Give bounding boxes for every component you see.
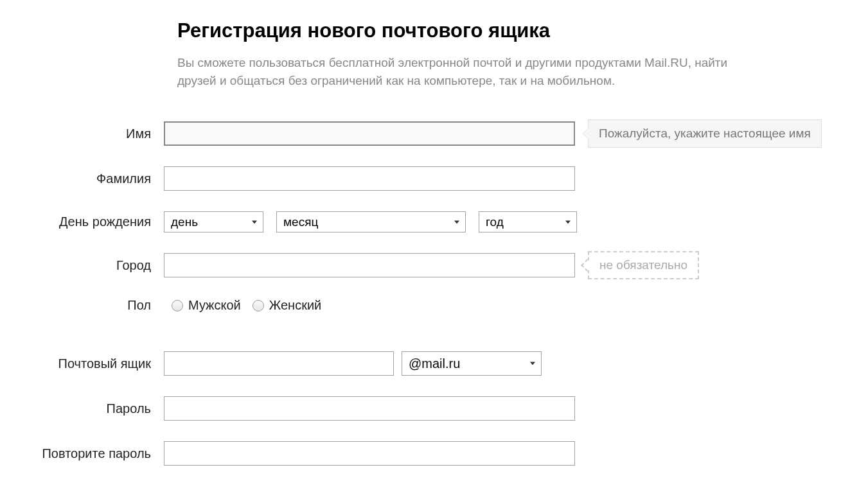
- label-mailbox: Почтовый ящик: [19, 356, 164, 371]
- first-name-input[interactable]: [164, 121, 575, 146]
- gender-female-label: Женский: [269, 298, 321, 313]
- radio-icon: [252, 300, 264, 311]
- last-name-input[interactable]: [164, 166, 575, 191]
- birthday-year-select[interactable]: год: [479, 211, 577, 232]
- label-city: Город: [19, 258, 164, 273]
- row-password-repeat: Повторите пароль: [19, 441, 868, 466]
- row-mailbox: Почтовый ящик @mail.ru: [19, 351, 868, 376]
- mailbox-domain-select[interactable]: @mail.ru: [402, 351, 542, 376]
- row-last-name: Фамилия: [19, 166, 868, 191]
- page-subtitle: Вы сможете пользоваться бесплатной элект…: [177, 54, 768, 89]
- label-password: Пароль: [19, 401, 164, 416]
- label-last-name: Фамилия: [19, 171, 164, 186]
- city-input[interactable]: [164, 253, 575, 277]
- gender-male-label: Мужской: [188, 298, 241, 313]
- label-first-name: Имя: [19, 127, 164, 141]
- city-hint: не обязательно: [588, 251, 699, 279]
- password-input[interactable]: [164, 396, 575, 421]
- gender-female-radio[interactable]: Женский: [252, 298, 321, 313]
- registration-form: Регистрация нового почтового ящика Вы см…: [19, 19, 868, 466]
- row-password: Пароль: [19, 396, 868, 421]
- row-birthday: День рождения день месяц год: [19, 211, 868, 232]
- label-gender: Пол: [19, 298, 164, 313]
- label-password-repeat: Повторите пароль: [19, 446, 164, 461]
- row-gender: Пол Мужской Женский: [19, 298, 868, 313]
- page-title: Регистрация нового почтового ящика: [177, 19, 868, 42]
- first-name-tooltip: Пожалуйста, укажите настоящее имя: [588, 119, 822, 148]
- birthday-day-select[interactable]: день: [164, 211, 263, 232]
- row-city: Город не обязательно: [19, 253, 868, 277]
- header-block: Регистрация нового почтового ящика Вы см…: [177, 19, 868, 89]
- label-birthday: День рождения: [19, 214, 164, 229]
- mailbox-input[interactable]: [164, 351, 394, 376]
- password-repeat-input[interactable]: [164, 441, 575, 466]
- row-first-name: Имя Пожалуйста, укажите настоящее имя: [19, 121, 868, 146]
- gender-male-radio[interactable]: Мужской: [172, 298, 241, 313]
- radio-icon: [172, 300, 183, 311]
- birthday-month-select[interactable]: месяц: [276, 211, 466, 232]
